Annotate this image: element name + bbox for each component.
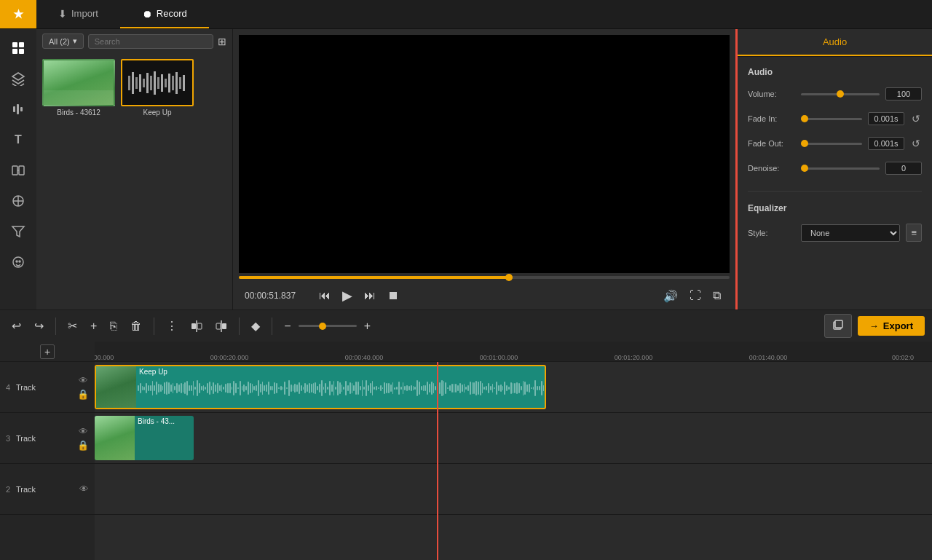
birds-timeline-clip[interactable]: Birds - 43...: [95, 416, 194, 460]
svg-rect-7: [12, 166, 17, 175]
undo-button[interactable]: ↩: [7, 316, 25, 336]
fade-out-slider[interactable]: [801, 143, 862, 145]
volume-label: Volume:: [748, 90, 795, 98]
media-item-birds[interactable]: Birds - 43612: [42, 59, 115, 117]
tab-import[interactable]: ⬇ Import: [36, 0, 120, 28]
keepup-timeline-clip[interactable]: Keep Up // Generate waveform bars const …: [95, 365, 546, 409]
sidebar-transitions[interactable]: [5, 157, 31, 184]
sidebar-media[interactable]: [5, 35, 31, 61]
play-button[interactable]: ▶: [339, 285, 355, 307]
zoom-slider[interactable]: [299, 325, 357, 327]
svg-rect-20: [150, 76, 152, 90]
progress-bar[interactable]: [239, 276, 730, 279]
sidebar-filters[interactable]: [5, 218, 31, 245]
svg-rect-23: [161, 74, 163, 92]
equalizer-settings-button[interactable]: ≡: [906, 224, 922, 242]
svg-rect-6: [20, 107, 23, 111]
redo-button[interactable]: ↪: [30, 316, 48, 336]
track-lock-4[interactable]: 🔒: [77, 389, 89, 400]
stop-button[interactable]: ⏹: [384, 286, 402, 305]
svg-rect-3: [19, 49, 24, 54]
crop-left-button[interactable]: [186, 318, 207, 335]
app-logo: ★: [0, 0, 36, 28]
ruler-mark-3: 00:01:00.000: [480, 354, 518, 361]
zoom-in-button[interactable]: +: [360, 317, 375, 336]
volume-slider[interactable]: [801, 93, 880, 95]
media-item-keepup[interactable]: Keep Up: [121, 59, 194, 117]
zoom-out-button[interactable]: −: [280, 317, 295, 336]
copy-clip-button[interactable]: ⎘: [106, 317, 122, 336]
fade-in-slider[interactable]: [801, 118, 862, 120]
clip-thumb-birds: [95, 416, 135, 460]
denoise-slider[interactable]: [801, 167, 880, 170]
track-label-3: 3 Track 👁 🔒: [0, 413, 95, 464]
svg-rect-25: [168, 74, 170, 92]
record-label: Record: [157, 8, 187, 19]
progress-fill: [239, 276, 509, 279]
track-label-2: 2 Track 👁: [0, 464, 95, 515]
denoise-label: Denoise:: [748, 164, 795, 173]
volume-button[interactable]: 🔊: [660, 286, 681, 306]
sidebar-text[interactable]: T: [5, 127, 31, 153]
divider: [748, 191, 922, 192]
sidebar-audio[interactable]: [5, 96, 31, 122]
right-panel: Audio Audio Volume: 100 Fade In: 0.001s …: [735, 29, 932, 309]
volume-value: 100: [885, 87, 922, 100]
timeline-ruler: 00:00:00.000 00:00:20.000 00:00:40.000 0…: [95, 342, 932, 362]
track-num-2: 2: [6, 485, 16, 494]
media-grid-button[interactable]: ⊞: [218, 36, 226, 47]
svg-rect-1: [19, 42, 24, 47]
fade-in-value: 0.001s: [868, 112, 904, 125]
crop-right-button[interactable]: [211, 318, 232, 335]
svg-rect-27: [175, 72, 178, 94]
style-select[interactable]: None: [801, 224, 900, 242]
pip-button[interactable]: ⧉: [710, 286, 724, 305]
fade-in-label: Fade In:: [748, 114, 795, 123]
track-eye-3[interactable]: 👁: [77, 426, 89, 437]
sidebar-layers[interactable]: [5, 66, 31, 92]
tab-audio[interactable]: Audio: [738, 29, 932, 56]
add-clip-button[interactable]: +: [86, 317, 101, 336]
svg-rect-33: [222, 323, 226, 329]
audio-panel-content: Audio Volume: 100 Fade In: 0.001s ↺: [738, 57, 932, 252]
svg-rect-5: [17, 104, 19, 114]
svg-rect-18: [143, 79, 145, 87]
fade-out-reset[interactable]: ↺: [910, 138, 922, 149]
add-track-button[interactable]: +: [40, 344, 55, 359]
tab-record[interactable]: ⏺ Record: [120, 0, 209, 28]
sidebar-stickers[interactable]: [5, 249, 31, 275]
timeline-left: + 4 Track 👁 🔒 3 Track 👁 🔒 2 Track 👁: [0, 342, 95, 560]
cut-button[interactable]: ✂: [63, 316, 82, 336]
fade-out-slider-wrap: [801, 143, 862, 145]
media-search-input[interactable]: [88, 34, 213, 49]
svg-rect-0: [12, 42, 17, 47]
clip-waveform: // Generate waveform bars const bars = […: [136, 377, 545, 399]
ruler-mark-6: 00:02:0: [892, 354, 914, 361]
fullscreen-button[interactable]: ⛶: [687, 286, 704, 305]
marker-button[interactable]: ◆: [247, 316, 264, 336]
fade-in-reset[interactable]: ↺: [910, 113, 922, 125]
step-back-button[interactable]: ⏮: [316, 286, 333, 305]
progress-handle[interactable]: [505, 274, 513, 281]
left-sidebar: T: [0, 29, 36, 309]
preview-progress-bar-wrap[interactable]: [233, 273, 735, 282]
delete-button[interactable]: 🗑: [126, 317, 146, 336]
media-items-grid: Birds - 43612: [36, 53, 232, 122]
preview-video: [239, 35, 730, 273]
media-filter-button[interactable]: All (2) ▾: [42, 33, 84, 49]
copy-export-button[interactable]: [824, 314, 852, 338]
track-eye-2[interactable]: 👁: [79, 484, 89, 494]
logo-icon: ★: [13, 7, 23, 21]
split-button[interactable]: ⋮: [162, 316, 182, 336]
media-label-birds: Birds - 43612: [57, 109, 100, 117]
track-lock-3[interactable]: 🔒: [77, 440, 89, 451]
sidebar-effects[interactable]: [5, 188, 31, 214]
svg-rect-28: [179, 77, 181, 89]
preview-controls: 00:00:51.837 ⏮ ▶ ⏭ ⏹ 🔊 ⛶ ⧉: [233, 282, 735, 309]
step-forward-button[interactable]: ⏭: [361, 286, 379, 305]
svg-rect-24: [165, 79, 167, 87]
track-eye-4[interactable]: 👁: [77, 375, 89, 386]
main-area: T All (2) ▾ ⊞: [0, 29, 932, 309]
timeline-right: 00:00:00.000 00:00:20.000 00:00:40.000 0…: [95, 342, 932, 560]
export-button[interactable]: → Export: [858, 316, 925, 336]
